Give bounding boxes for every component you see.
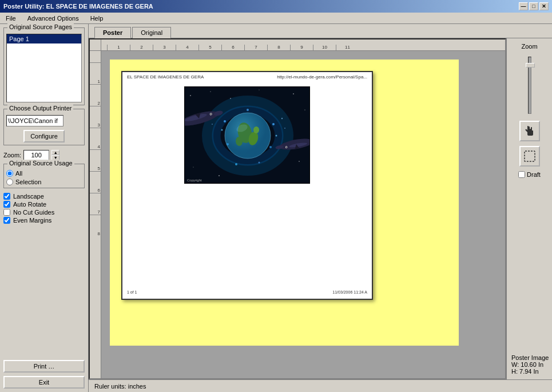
svg-point-26 [247,109,249,111]
pan-icon [523,124,537,138]
cb-even-margins-label: Even Margins [13,217,51,224]
tab-original[interactable]: Original [132,27,171,38]
cb-auto-rotate-label: Auto Rotate [13,201,46,208]
poster-image-area: Copyright [122,82,372,188]
svg-point-21 [221,129,223,131]
maximize-button[interactable]: □ [529,2,538,10]
cb-even-margins[interactable] [3,217,10,224]
select-tool-button[interactable] [519,146,540,167]
printer-select-wrapper: \\JOYCE\Canon if [6,115,63,126]
status-bar: Ruler units: inches [89,379,552,392]
source-pages-list[interactable]: Page 1 [6,34,82,102]
printer-select-row: \\JOYCE\Canon if [6,115,82,126]
printer-select[interactable]: \\JOYCE\Canon if [6,115,63,126]
svg-point-31 [281,118,283,119]
svg-point-27 [235,163,237,165]
minimize-button[interactable]: — [519,2,528,10]
poster-canvas: EL SPACE DE IMAGENES DE GERA http://el-m… [101,51,505,378]
svg-point-7 [299,161,299,161]
print-button[interactable]: Print … [3,360,85,373]
source-page-item[interactable]: Page 1 [7,34,81,43]
tab-poster[interactable]: Poster [94,27,131,38]
cb-no-cut-row[interactable]: No Cut Guides [3,209,85,216]
cb-landscape-label: Landscape [13,193,44,200]
ruler-h-tick-2: 2 [130,45,153,50]
svg-point-4 [259,90,260,90]
ruler-h-tick-6: 6 [221,45,244,50]
zoom-slider-thumb[interactable] [526,63,535,68]
ruler-units-label: Ruler units: inches [94,383,146,390]
radio-selection[interactable] [6,179,13,185]
draft-checkbox[interactable] [518,171,525,178]
poster-header-left: EL SPACE DE IMAGENES DE GERA [127,74,204,80]
zoom-label: Zoom: [3,152,21,159]
radio-selection-label: Selection [15,179,41,185]
right-panel: Zoom Draft [506,38,552,379]
poster-footer-right: 11/03/2006 11:24 A [332,290,367,294]
cb-even-margins-row[interactable]: Even Margins [3,217,85,224]
cb-landscape[interactable] [3,193,10,200]
radio-all[interactable] [6,170,13,177]
cb-auto-rotate[interactable] [3,201,10,208]
poster-header: EL SPACE DE IMAGENES DE GERA http://el-m… [122,72,372,82]
source-usage-group: Original Source Usage All Selection [3,164,85,188]
bottom-buttons: Print … Exit [3,360,85,389]
svg-point-5 [293,93,294,94]
title-bar: Poster Utility: EL SPACE DE IMAGENES DE … [0,0,552,13]
svg-point-28 [259,162,260,164]
svg-point-25 [269,146,272,148]
ruler-h-tick-5: 5 [198,45,221,50]
close-button[interactable]: ✕ [539,2,549,10]
ruler-h-tick-3: 3 [153,45,176,50]
ruler-h-tick-8: 8 [267,45,290,50]
exit-button[interactable]: Exit [3,376,85,389]
select-icon [523,149,537,163]
canvas-area[interactable]: 1 2 3 4 5 6 7 8 9 10 11 [89,38,506,379]
svg-point-6 [304,109,305,110]
svg-rect-49 [525,151,535,161]
svg-point-24 [276,135,277,137]
zoom-input[interactable] [23,150,49,160]
zoom-up-button[interactable]: ▲ [51,150,59,155]
ruler-vertical: 1 2 3 4 5 6 7 8 [90,51,101,378]
ruler-h-tick-1: 1 [107,45,130,50]
ruler-h-tick-10: 10 [313,45,336,50]
ruler-v-tick-8: 8 [90,215,101,236]
ruler-h-tick-11: 11 [336,45,359,50]
svg-point-20 [224,120,226,122]
ruler-v-tick-5: 5 [90,149,101,171]
ruler-h-tick-4: 4 [176,45,198,50]
svg-point-17 [253,126,259,133]
svg-point-1 [190,95,191,96]
ruler-corner [90,39,101,51]
ruler-h-tick-7: 7 [244,45,267,50]
zoom-slider-track[interactable] [528,57,531,114]
right-zoom-label: Zoom [521,43,537,50]
zoom-row: Zoom: ▲ ▼ [3,150,85,160]
cb-landscape-row[interactable]: Landscape [3,193,85,200]
menu-advanced-options[interactable]: Advanced Options [24,14,82,23]
cb-auto-rotate-row[interactable]: Auto Rotate [3,201,85,208]
cb-no-cut[interactable] [3,209,10,216]
ruler-horizontal: 1 2 3 4 5 6 7 8 9 10 11 [101,39,505,51]
svg-point-23 [272,123,275,125]
radio-all-row[interactable]: All [6,170,82,177]
svg-point-2 [210,91,211,92]
poster-image-label: Poster Image [511,354,550,361]
poster-width: W: 10.60 In [511,361,550,368]
menu-help[interactable]: Help [87,14,107,23]
radio-selection-row[interactable]: Selection [6,179,82,185]
menu-bar: File Advanced Options Help [0,13,552,24]
svg-point-9 [219,175,220,176]
ruler-v-tick-2: 2 [90,84,101,106]
menu-file[interactable]: File [2,14,19,23]
title-bar-buttons: — □ ✕ [519,2,549,10]
configure-button[interactable]: Configure [23,130,65,142]
radio-all-label: All [15,170,22,177]
zoom-spinner: ▲ ▼ [51,150,59,160]
ruler-v-tick-4: 4 [90,128,101,149]
source-pages-title: Original Source Pages [7,23,74,30]
center-area: Poster Original 1 2 3 4 5 6 7 [89,24,552,392]
pan-tool-button[interactable] [519,121,540,141]
poster-height: H: 7.94 In [511,368,550,375]
